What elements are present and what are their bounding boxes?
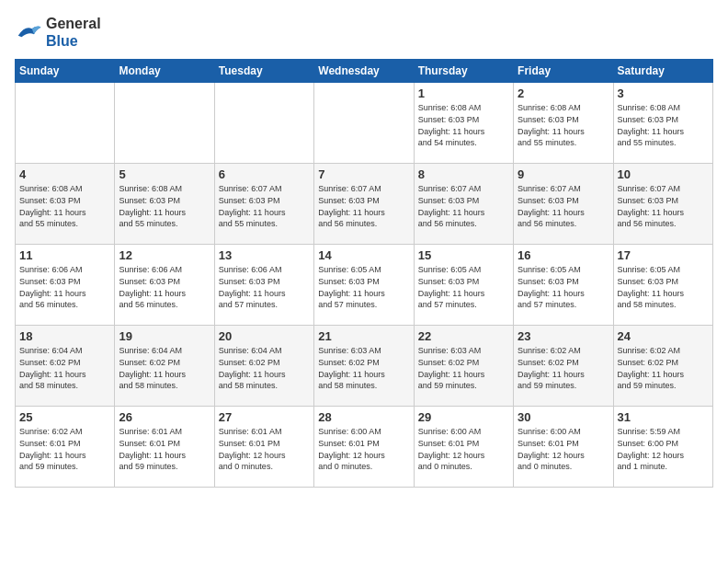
day-number: 27 [219, 410, 310, 424]
calendar-cell: 20Sunrise: 6:04 AM Sunset: 6:02 PM Dayli… [214, 326, 313, 407]
day-info: Sunrise: 6:03 AM Sunset: 6:02 PM Dayligh… [318, 345, 409, 391]
calendar-cell: 24Sunrise: 6:02 AM Sunset: 6:02 PM Dayli… [613, 326, 712, 407]
day-info: Sunrise: 6:07 AM Sunset: 6:03 PM Dayligh… [618, 183, 709, 229]
day-info: Sunrise: 6:04 AM Sunset: 6:02 PM Dayligh… [119, 345, 210, 391]
day-info: Sunrise: 6:06 AM Sunset: 6:03 PM Dayligh… [219, 264, 310, 310]
day-info: Sunrise: 6:07 AM Sunset: 6:03 PM Dayligh… [318, 183, 409, 229]
day-number: 8 [418, 167, 509, 181]
calendar-cell: 7Sunrise: 6:07 AM Sunset: 6:03 PM Daylig… [314, 164, 414, 245]
day-info: Sunrise: 6:08 AM Sunset: 6:03 PM Dayligh… [618, 102, 709, 148]
calendar-cell: 28Sunrise: 6:00 AM Sunset: 6:01 PM Dayli… [314, 407, 414, 488]
day-number: 23 [518, 329, 609, 343]
day-number: 5 [119, 167, 210, 181]
calendar-cell: 22Sunrise: 6:03 AM Sunset: 6:02 PM Dayli… [414, 326, 513, 407]
day-info: Sunrise: 6:08 AM Sunset: 6:03 PM Dayligh… [119, 183, 210, 229]
calendar-cell: 3Sunrise: 6:08 AM Sunset: 6:03 PM Daylig… [613, 83, 712, 164]
day-info: Sunrise: 6:04 AM Sunset: 6:02 PM Dayligh… [219, 345, 310, 391]
page-header: General Blue [15, 15, 713, 50]
week-row-0: 1Sunrise: 6:08 AM Sunset: 6:03 PM Daylig… [16, 83, 713, 164]
calendar-cell: 11Sunrise: 6:06 AM Sunset: 6:03 PM Dayli… [16, 245, 115, 326]
week-row-2: 11Sunrise: 6:06 AM Sunset: 6:03 PM Dayli… [16, 245, 713, 326]
day-number: 13 [219, 248, 310, 262]
day-number: 18 [19, 329, 110, 343]
day-number: 22 [418, 329, 509, 343]
day-info: Sunrise: 6:07 AM Sunset: 6:03 PM Dayligh… [418, 183, 509, 229]
calendar-cell [214, 83, 313, 164]
calendar-cell: 12Sunrise: 6:06 AM Sunset: 6:03 PM Dayli… [115, 245, 214, 326]
calendar-cell: 17Sunrise: 6:05 AM Sunset: 6:03 PM Dayli… [613, 245, 712, 326]
calendar-cell: 1Sunrise: 6:08 AM Sunset: 6:03 PM Daylig… [414, 83, 513, 164]
day-number: 3 [618, 86, 709, 100]
day-number: 7 [318, 167, 409, 181]
day-info: Sunrise: 6:07 AM Sunset: 6:03 PM Dayligh… [219, 183, 310, 229]
calendar-cell: 5Sunrise: 6:08 AM Sunset: 6:03 PM Daylig… [115, 164, 214, 245]
day-number: 14 [318, 248, 409, 262]
day-number: 25 [19, 410, 110, 424]
day-info: Sunrise: 6:01 AM Sunset: 6:01 PM Dayligh… [119, 426, 210, 472]
calendar-cell: 25Sunrise: 6:02 AM Sunset: 6:01 PM Dayli… [16, 407, 115, 488]
day-info: Sunrise: 6:00 AM Sunset: 6:01 PM Dayligh… [518, 426, 609, 472]
day-info: Sunrise: 6:02 AM Sunset: 6:02 PM Dayligh… [518, 345, 609, 391]
header-cell-thursday: Thursday [414, 60, 513, 83]
calendar-cell: 15Sunrise: 6:05 AM Sunset: 6:03 PM Dayli… [414, 245, 513, 326]
day-number: 2 [518, 86, 609, 100]
day-number: 16 [518, 248, 609, 262]
week-row-1: 4Sunrise: 6:08 AM Sunset: 6:03 PM Daylig… [16, 164, 713, 245]
week-row-4: 25Sunrise: 6:02 AM Sunset: 6:01 PM Dayli… [16, 407, 713, 488]
header-cell-sunday: Sunday [16, 60, 115, 83]
day-info: Sunrise: 6:08 AM Sunset: 6:03 PM Dayligh… [518, 102, 609, 148]
calendar-cell [115, 83, 214, 164]
logo: General Blue [15, 15, 101, 50]
day-number: 24 [618, 329, 709, 343]
logo-icon [15, 21, 42, 43]
day-info: Sunrise: 6:06 AM Sunset: 6:03 PM Dayligh… [119, 264, 210, 310]
day-info: Sunrise: 6:00 AM Sunset: 6:01 PM Dayligh… [418, 426, 509, 472]
day-info: Sunrise: 6:06 AM Sunset: 6:03 PM Dayligh… [19, 264, 110, 310]
header-cell-saturday: Saturday [613, 60, 712, 83]
day-number: 12 [119, 248, 210, 262]
calendar-cell: 14Sunrise: 6:05 AM Sunset: 6:03 PM Dayli… [314, 245, 414, 326]
day-number: 30 [518, 410, 609, 424]
header-cell-tuesday: Tuesday [214, 60, 313, 83]
day-number: 6 [219, 167, 310, 181]
day-info: Sunrise: 6:02 AM Sunset: 6:02 PM Dayligh… [618, 345, 709, 391]
day-number: 29 [418, 410, 509, 424]
day-number: 4 [19, 167, 110, 181]
calendar-cell: 18Sunrise: 6:04 AM Sunset: 6:02 PM Dayli… [16, 326, 115, 407]
day-number: 15 [418, 248, 509, 262]
calendar-cell: 13Sunrise: 6:06 AM Sunset: 6:03 PM Dayli… [214, 245, 313, 326]
day-info: Sunrise: 6:08 AM Sunset: 6:03 PM Dayligh… [19, 183, 110, 229]
day-number: 1 [418, 86, 509, 100]
calendar-cell: 26Sunrise: 6:01 AM Sunset: 6:01 PM Dayli… [115, 407, 214, 488]
calendar-cell: 21Sunrise: 6:03 AM Sunset: 6:02 PM Dayli… [314, 326, 414, 407]
calendar-cell: 27Sunrise: 6:01 AM Sunset: 6:01 PM Dayli… [214, 407, 313, 488]
day-info: Sunrise: 6:02 AM Sunset: 6:01 PM Dayligh… [19, 426, 110, 472]
day-number: 26 [119, 410, 210, 424]
calendar-header: SundayMondayTuesdayWednesdayThursdayFrid… [16, 60, 713, 83]
day-number: 31 [618, 410, 709, 424]
calendar-body: 1Sunrise: 6:08 AM Sunset: 6:03 PM Daylig… [16, 83, 713, 488]
calendar-cell: 6Sunrise: 6:07 AM Sunset: 6:03 PM Daylig… [214, 164, 313, 245]
calendar-cell: 2Sunrise: 6:08 AM Sunset: 6:03 PM Daylig… [514, 83, 613, 164]
calendar-cell: 16Sunrise: 6:05 AM Sunset: 6:03 PM Dayli… [514, 245, 613, 326]
day-info: Sunrise: 6:05 AM Sunset: 6:03 PM Dayligh… [518, 264, 609, 310]
day-info: Sunrise: 6:05 AM Sunset: 6:03 PM Dayligh… [418, 264, 509, 310]
header-cell-wednesday: Wednesday [314, 60, 414, 83]
week-row-3: 18Sunrise: 6:04 AM Sunset: 6:02 PM Dayli… [16, 326, 713, 407]
calendar-cell: 30Sunrise: 6:00 AM Sunset: 6:01 PM Dayli… [514, 407, 613, 488]
day-number: 28 [318, 410, 409, 424]
day-number: 21 [318, 329, 409, 343]
day-info: Sunrise: 6:05 AM Sunset: 6:03 PM Dayligh… [618, 264, 709, 310]
calendar-cell: 4Sunrise: 6:08 AM Sunset: 6:03 PM Daylig… [16, 164, 115, 245]
day-info: Sunrise: 6:01 AM Sunset: 6:01 PM Dayligh… [219, 426, 310, 472]
day-info: Sunrise: 6:07 AM Sunset: 6:03 PM Dayligh… [518, 183, 609, 229]
calendar-cell: 10Sunrise: 6:07 AM Sunset: 6:03 PM Dayli… [613, 164, 712, 245]
calendar-cell [314, 83, 414, 164]
day-number: 11 [19, 248, 110, 262]
day-info: Sunrise: 5:59 AM Sunset: 6:00 PM Dayligh… [618, 426, 709, 472]
day-number: 20 [219, 329, 310, 343]
day-number: 10 [618, 167, 709, 181]
calendar-cell: 23Sunrise: 6:02 AM Sunset: 6:02 PM Dayli… [514, 326, 613, 407]
day-info: Sunrise: 6:03 AM Sunset: 6:02 PM Dayligh… [418, 345, 509, 391]
day-info: Sunrise: 6:04 AM Sunset: 6:02 PM Dayligh… [19, 345, 110, 391]
